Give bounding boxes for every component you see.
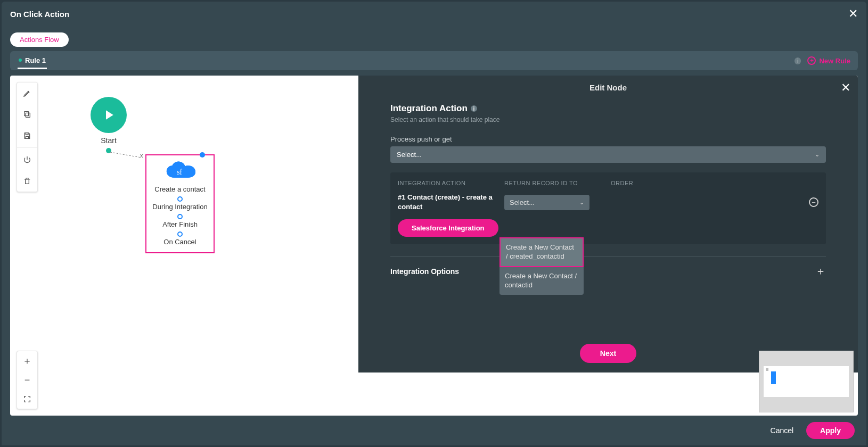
- integration-options-label: Integration Options: [390, 267, 459, 276]
- start-node[interactable]: Start: [85, 97, 133, 153]
- process-select[interactable]: Select... ⌄: [390, 146, 826, 163]
- svg-text:sf: sf: [177, 168, 182, 176]
- node-stage-2: After Finish: [162, 220, 198, 228]
- start-label: Start: [101, 136, 117, 145]
- minimap-viewport: [764, 366, 849, 397]
- salesforce-node[interactable]: sf Create a contact During Integration A…: [145, 154, 215, 253]
- salesforce-integration-button[interactable]: Salesforce Integration: [398, 219, 498, 237]
- col-integration-action: INTEGRATION ACTION: [398, 180, 504, 186]
- edit-panel-header: Edit Node ✕: [358, 76, 858, 99]
- col-return-record: RETURN RECORD ID TO: [504, 180, 611, 186]
- edit-icon[interactable]: [17, 82, 37, 104]
- flow-canvas[interactable]: ＋ − Start x sf: [10, 76, 858, 416]
- cancel-button[interactable]: Cancel: [771, 426, 794, 435]
- node-title: Create a contact: [154, 185, 205, 193]
- zoom-in-icon[interactable]: ＋: [17, 351, 37, 370]
- rule-tab-1[interactable]: Rule 1: [18, 53, 47, 69]
- return-record-dropdown: Create a New Contact / created_contactid…: [499, 237, 584, 295]
- svg-rect-1: [24, 112, 29, 116]
- canvas-tool-rail: [17, 82, 38, 192]
- rule-tab-label: Rule 1: [25, 56, 46, 64]
- copy-icon[interactable]: [17, 104, 37, 125]
- new-rule-label: New Rule: [819, 57, 850, 65]
- new-rule-button[interactable]: + New Rule: [807, 56, 850, 65]
- svg-rect-2: [26, 136, 28, 138]
- edit-panel-title: Edit Node: [589, 83, 627, 92]
- svg-rect-3: [26, 133, 28, 135]
- minimap[interactable]: [759, 351, 854, 412]
- start-output-port-icon[interactable]: [106, 148, 111, 153]
- rule-active-dot-icon: [19, 59, 22, 62]
- remove-row-icon[interactable]: −: [809, 197, 818, 207]
- section-subtitle: Select an action that should take place: [390, 116, 826, 123]
- salesforce-cloud-icon: sf: [163, 161, 196, 182]
- node-stage-1: During Integration: [152, 203, 207, 211]
- node-stage-3: On Cancel: [163, 238, 196, 246]
- minimap-start-dot: [766, 368, 768, 371]
- section-title: Integration Action i: [390, 103, 826, 114]
- dropdown-option-1[interactable]: Create a New Contact / created_contactid: [499, 237, 584, 267]
- on-click-action-modal: On Click Action ✕ Actions Flow Rule 1 i …: [2, 2, 866, 445]
- return-record-select[interactable]: Select... ⌄: [504, 195, 589, 210]
- chevron-down-icon: ⌄: [579, 199, 584, 206]
- integration-action-table: INTEGRATION ACTION RETURN RECORD ID TO O…: [390, 172, 826, 244]
- chevron-down-icon: ⌄: [815, 151, 820, 158]
- section-title-text: Integration Action: [390, 103, 468, 114]
- info-icon[interactable]: i: [471, 105, 477, 112]
- actions-flow-button[interactable]: Actions Flow: [10, 32, 69, 47]
- power-icon[interactable]: [17, 149, 37, 170]
- svg-rect-0: [26, 113, 30, 117]
- trash-icon[interactable]: [17, 170, 37, 192]
- apply-button[interactable]: Apply: [806, 422, 855, 439]
- dropdown-option-2[interactable]: Create a New Contact / contactid: [499, 267, 584, 295]
- edit-node-panel: Edit Node ✕ Integration Action i Select …: [358, 76, 858, 372]
- col-order: ORDER: [611, 180, 696, 186]
- node-port-1-icon[interactable]: [177, 196, 183, 202]
- rules-bar-right: i + New Rule: [795, 56, 850, 65]
- save-icon[interactable]: [17, 125, 37, 146]
- modal-footer: Cancel Apply: [2, 416, 866, 445]
- modal-header: On Click Action ✕: [2, 2, 866, 26]
- fullscreen-icon[interactable]: [17, 390, 37, 409]
- next-button[interactable]: Next: [580, 344, 636, 363]
- node-input-port-icon[interactable]: [200, 152, 205, 158]
- integration-options-row[interactable]: Integration Options ＋: [390, 256, 826, 278]
- process-field-label: Process push or get: [390, 135, 826, 143]
- close-icon[interactable]: ✕: [841, 81, 850, 95]
- close-icon[interactable]: ✕: [848, 7, 858, 21]
- toolbar: Actions Flow: [2, 26, 866, 51]
- action-name: #1 Contact (create) - create a contact: [398, 193, 504, 212]
- play-icon: [91, 97, 127, 133]
- plus-circle-icon: +: [807, 56, 816, 65]
- minimap-node-bar: [771, 371, 776, 384]
- info-badge-icon[interactable]: i: [795, 57, 801, 64]
- return-record-select-value: Select...: [510, 198, 535, 206]
- canvas-zoom-rail: ＋ −: [17, 351, 38, 409]
- node-port-2-icon[interactable]: [177, 214, 183, 219]
- svg-text:x: x: [140, 152, 143, 159]
- modal-title: On Click Action: [10, 10, 69, 19]
- zoom-out-icon[interactable]: −: [17, 370, 37, 390]
- edit-panel-body: Integration Action i Select an action th…: [358, 99, 858, 372]
- node-port-3-icon[interactable]: [177, 231, 183, 237]
- rules-bar: Rule 1 i + New Rule: [10, 51, 858, 70]
- expand-plus-icon[interactable]: ＋: [815, 264, 826, 278]
- process-select-value: Select...: [397, 151, 422, 159]
- table-header-row: INTEGRATION ACTION RETURN RECORD ID TO O…: [398, 180, 818, 186]
- table-row: #1 Contact (create) - create a contact S…: [398, 193, 818, 212]
